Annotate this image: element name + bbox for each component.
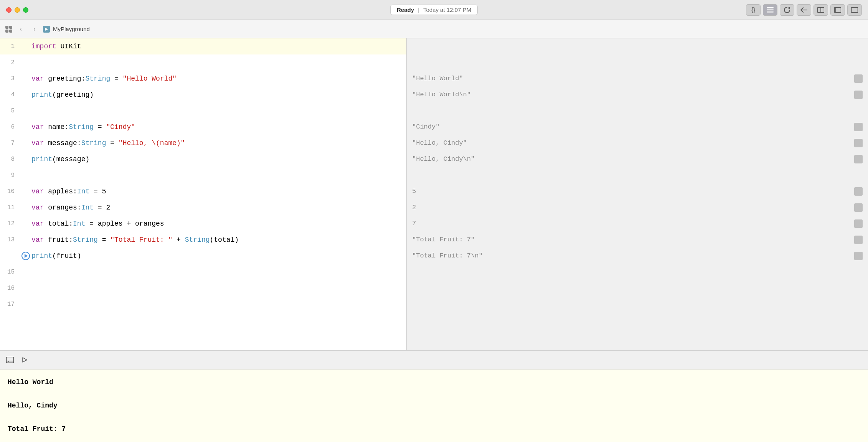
line-content-12: var total:Int = apples + oranges [31,216,406,232]
results-panel: "Hello World" "Hello World\n" "Cindy" "H… [407,38,868,350]
result-square-13[interactable] [854,236,863,244]
braces-button[interactable]: {} [746,4,761,16]
back-button[interactable] [797,4,811,16]
nav-back-button[interactable]: ‹ [15,24,26,35]
line-content-11: var oranges:Int = 2 [31,200,406,216]
result-square-6[interactable] [854,123,863,131]
console-output: Hello World Hello, Cindy Total Fruit: 7 [0,369,868,442]
result-1 [407,38,868,54]
titlebar: Ready | Today at 12:07 PM {} [0,0,868,20]
code-line-6: 6 var name:String = "Cindy" [0,119,406,135]
maximize-button[interactable] [23,7,28,13]
playground-icon: ▶ [43,26,50,33]
svg-rect-1 [767,9,774,10]
titlebar-right: {} [746,4,862,16]
line-content-1: import UIKit [31,38,406,54]
line-num-13: 13 [0,232,20,248]
console-line-3: Total Fruit: 7 [8,423,860,435]
gutter-14[interactable] [20,252,31,260]
result-3: "Hello World" [407,71,868,87]
result-10: 5 [407,183,868,200]
grid-icon[interactable] [5,26,12,33]
svg-rect-8 [7,357,14,363]
line-content-8: print(message) [31,151,406,167]
result-11: 2 [407,200,868,216]
status-badge: Ready | Today at 12:07 PM [390,5,478,15]
line-content-14: print(fruit) [31,248,406,264]
result-square-7[interactable] [854,139,863,147]
panel1-button[interactable] [814,4,828,16]
console-toggle-button[interactable] [5,355,15,365]
result-4: "Hello World\n" [407,87,868,103]
line-content-7: var message:String = "Hello, \(name)" [31,135,406,151]
panel2-button[interactable] [830,4,845,16]
close-button[interactable] [6,7,12,13]
result-square-12[interactable] [854,219,863,228]
code-line-11: 11 var oranges:Int = 2 [0,200,406,216]
console-line-1: Hello World [8,376,860,388]
svg-rect-0 [767,7,774,8]
traffic-lights [6,7,28,13]
divider: | [418,7,419,13]
result-5 [407,103,868,119]
code-line-17: 17 [0,296,406,312]
svg-rect-2 [767,12,774,13]
result-12: 7 [407,216,868,232]
code-line-16: 16 [0,280,406,296]
code-editor[interactable]: 1 import UIKit 2 3 var greeting:String =… [0,38,407,350]
result-square-14[interactable] [854,252,863,260]
minimize-button[interactable] [15,7,20,13]
bottom-bar [0,350,868,369]
code-line-2: 2 [0,54,406,71]
code-lines: 1 import UIKit 2 3 var greeting:String =… [0,38,406,350]
line-num-6: 6 [0,119,20,135]
code-line-3: 3 var greeting:String = "Hello World" [0,71,406,87]
line-num-2: 2 [0,54,20,71]
code-line-8: 8 print(message) [0,151,406,167]
result-value-6: "Cindy" [412,119,854,135]
line-content-13: var fruit:String = "Total Fruit: " + Str… [31,232,406,248]
loop-button[interactable] [780,4,794,16]
line-content-3: var greeting:String = "Hello World" [31,71,406,87]
line-num-15: 15 [0,264,20,280]
result-square-8[interactable] [854,155,863,163]
result-square-4[interactable] [854,91,863,99]
result-14: "Total Fruit: 7\n" [407,248,868,264]
main-area: 1 import UIKit 2 3 var greeting:String =… [0,38,868,350]
result-value-10: 5 [412,183,854,200]
line-num-3: 3 [0,71,20,87]
line-num-5: 5 [0,103,20,119]
run-all-button[interactable] [19,355,30,365]
result-value-12: 7 [412,216,854,232]
svg-marker-10 [23,358,27,362]
line-num-1: 1 [0,38,20,54]
line-content-10: var apples:Int = 5 [31,183,406,200]
lines-button[interactable] [763,4,777,16]
status-text: Ready [397,7,414,13]
line-num-8: 8 [0,151,20,167]
line-num-11: 11 [0,200,20,216]
panel3-button[interactable] [847,4,862,16]
run-button[interactable] [21,252,30,260]
line-content-6: var name:String = "Cindy" [31,119,406,135]
line-num-17: 17 [0,296,20,312]
code-line-9: 9 [0,167,406,183]
code-line-7: 7 var message:String = "Hello, \(name)" [0,135,406,151]
line-content-4: print(greeting) [31,87,406,103]
nav-forward-button[interactable]: › [29,24,40,35]
result-square-3[interactable] [854,74,863,83]
code-line-12: 12 var total:Int = apples + oranges [0,216,406,232]
code-line-5: 5 [0,103,406,119]
line-num-10: 10 [0,183,20,200]
code-line-10: 10 var apples:Int = 5 [0,183,406,200]
result-square-11[interactable] [854,203,863,212]
result-square-10[interactable] [854,187,863,196]
result-value-8: "Hello, Cindy\n" [412,151,854,167]
result-value-11: 2 [412,200,854,216]
breadcrumb-filename: MyPlayground [53,26,90,32]
code-line-4: 4 print(greeting) [0,87,406,103]
svg-rect-7 [851,7,858,12]
titlebar-center: Ready | Today at 12:07 PM [390,5,478,15]
result-9 [407,167,868,183]
line-num-12: 12 [0,216,20,232]
